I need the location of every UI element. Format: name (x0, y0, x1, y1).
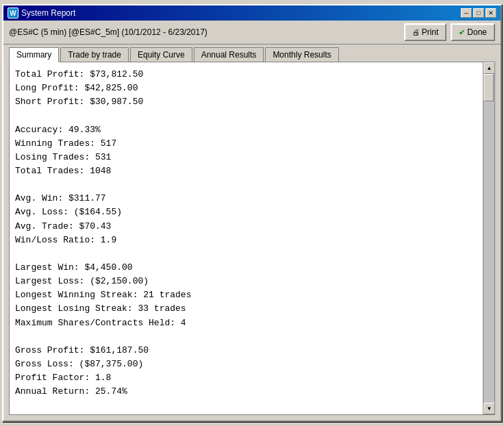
system-report-window: W System Report ─ □ ✕ @ES#C (5 min) [@ES… (2, 4, 502, 422)
scroll-thumb[interactable] (483, 74, 494, 101)
scroll-down-button[interactable]: ▼ (483, 403, 495, 414)
toolbar: @ES#C (5 min) [@ES#C_5m] (10/1/2012 - 6/… (3, 21, 501, 45)
checkmark-icon: ✔ (459, 28, 465, 37)
print-button[interactable]: 🖨 Print (404, 23, 447, 41)
tab-monthly-results[interactable]: Monthly Results (265, 47, 338, 62)
tab-summary[interactable]: Summary (9, 47, 59, 62)
title-bar-left: W System Report (8, 8, 75, 18)
app-icon: W (8, 8, 18, 18)
toolbar-buttons: 🖨 Print ✔ Done (404, 23, 495, 41)
report-info: @ES#C (5 min) [@ES#C_5m] (10/1/2012 - 6/… (9, 27, 207, 37)
print-icon: 🖨 (412, 28, 420, 36)
tab-bar: Summary Trade by trade Equity Curve Annu… (3, 45, 501, 62)
tab-equity-curve[interactable]: Equity Curve (130, 47, 192, 62)
scroll-up-button[interactable]: ▲ (483, 62, 495, 74)
done-button[interactable]: ✔ Done (451, 23, 495, 41)
scrollbar[interactable]: ▲ ▼ (483, 62, 494, 414)
tab-trade-by-trade[interactable]: Trade by trade (60, 47, 129, 62)
scroll-track[interactable] (483, 74, 494, 403)
title-bar: W System Report ─ □ ✕ (3, 5, 501, 21)
title-bar-controls: ─ □ ✕ (461, 8, 496, 18)
maximize-button[interactable]: □ (473, 8, 484, 18)
content-area: Total Profit: $73,812.50 Long Profit: $4… (9, 62, 495, 415)
minimize-button[interactable]: ─ (461, 8, 472, 18)
tab-annual-results[interactable]: Annual Results (194, 47, 264, 62)
window-title: System Report (21, 8, 75, 18)
close-button[interactable]: ✕ (486, 8, 496, 18)
summary-text[interactable]: Total Profit: $73,812.50 Long Profit: $4… (10, 62, 483, 414)
